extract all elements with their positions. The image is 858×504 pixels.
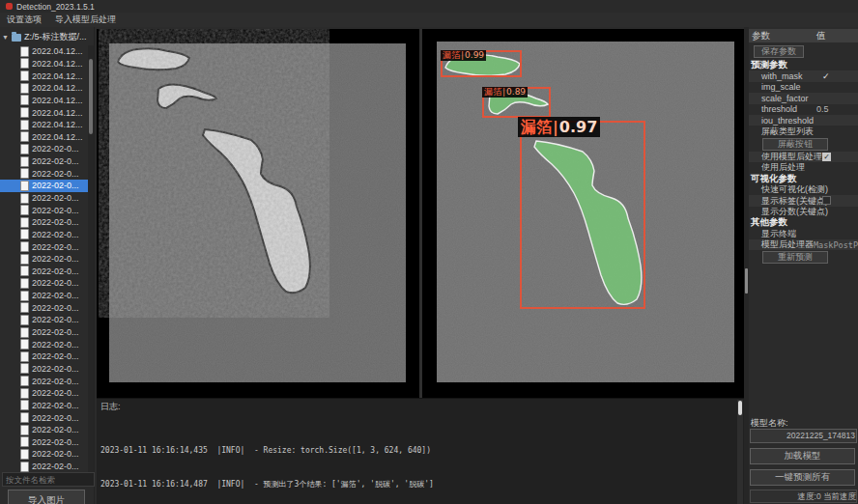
param-row-post-processor[interactable]: 模型后处理器MaskPostPro bbox=[749, 239, 858, 250]
param-row-img-scale[interactable]: img_scale bbox=[749, 82, 858, 93]
file-icon bbox=[20, 241, 29, 252]
tree-item-label: 2022-02-0... bbox=[32, 388, 79, 398]
tree-item[interactable]: 2022-02-0... bbox=[0, 436, 88, 449]
file-icon bbox=[20, 131, 29, 142]
file-icon bbox=[20, 388, 29, 399]
tree-item[interactable]: 2022-02-0... bbox=[0, 461, 88, 473]
checkbox-empty-icon[interactable] bbox=[822, 196, 831, 205]
raw-image-viewport[interactable] bbox=[97, 29, 419, 398]
load-model-button[interactable]: 加载模型 bbox=[750, 448, 855, 464]
file-tree-panel: ▼ Z:/5-标注数据/... 2022.04.12... 2022.04.12… bbox=[0, 27, 95, 504]
tree-item[interactable]: 2022.04.12... bbox=[0, 95, 88, 107]
threshold-value[interactable]: 0.5 bbox=[816, 104, 829, 114]
file-icon bbox=[20, 217, 29, 228]
tree-item-list: 2022.04.12... 2022.04.12... 2022.04.12..… bbox=[0, 45, 88, 500]
file-icon bbox=[20, 107, 29, 118]
file-icon bbox=[20, 400, 29, 410]
tree-item[interactable]: 2022.04.12... bbox=[0, 82, 88, 95]
predict-all-button[interactable]: 一键预测所有 bbox=[750, 469, 855, 486]
tree-item[interactable]: 2022-02-0... bbox=[0, 204, 88, 216]
tree-item[interactable]: 2022-02-0... bbox=[0, 448, 88, 461]
repredict-button[interactable]: 重新预测 bbox=[762, 251, 828, 264]
tree-item-label: 2022-02-0... bbox=[32, 462, 79, 471]
file-icon bbox=[20, 229, 29, 239]
prediction-viewport[interactable]: 漏箔|0.99 漏箔|0.89 漏箔|0.97 bbox=[422, 29, 744, 398]
param-row-scale-factor[interactable]: scale_factor bbox=[749, 93, 858, 103]
tree-item[interactable]: 2022-02-0... bbox=[0, 363, 88, 376]
file-icon bbox=[20, 266, 29, 276]
tree-item[interactable]: 2022.04.12... bbox=[0, 119, 88, 131]
tree-item[interactable]: 2022.04.12... bbox=[0, 130, 88, 143]
tree-item[interactable]: 2022-02-0... bbox=[0, 266, 88, 278]
tree-item[interactable]: 2022-02-0... bbox=[0, 253, 88, 266]
tree-item[interactable]: 2022-02-0... bbox=[0, 424, 88, 436]
tree-item[interactable]: 2022-02-0... bbox=[0, 314, 88, 326]
log-panel[interactable]: 日志: 2023-01-11 16:16:14,435 |INFO| - Res… bbox=[97, 398, 744, 504]
file-icon bbox=[20, 70, 29, 81]
log-line: 2023-01-11 16:16:14,487 |INFO| - 预测出了3个结… bbox=[100, 481, 734, 490]
tree-item-label: 2022-02-0... bbox=[32, 425, 79, 434]
tree-item-label: 2022.04.12... bbox=[32, 96, 83, 105]
tree-item-label: 2022-02-0... bbox=[32, 217, 79, 227]
check-icon: ✓ bbox=[822, 71, 830, 81]
tree-item-label: 2022.04.12... bbox=[32, 59, 83, 69]
log-line: 2023-01-11 16:16:14,435 |INFO| - Resize:… bbox=[100, 447, 734, 456]
tree-item[interactable]: 2022-02-0... bbox=[0, 216, 88, 229]
file-icon bbox=[20, 46, 29, 57]
file-icon bbox=[20, 449, 29, 460]
splitter-grip-icon bbox=[745, 268, 748, 294]
mask-button[interactable]: 屏蔽按钮 bbox=[762, 138, 828, 151]
param-row-show-score[interactable]: 显示分数(关键点) bbox=[749, 207, 858, 217]
tree-item[interactable]: 2022-02-0... bbox=[0, 375, 88, 387]
file-icon bbox=[20, 363, 29, 374]
tree-item[interactable]: 2022-02-0... bbox=[0, 277, 88, 290]
tree-item[interactable]: 2022.04.12... bbox=[0, 106, 88, 119]
menu-import-postprocess[interactable]: 导入模型后处理 bbox=[48, 13, 123, 27]
tree-item[interactable]: 2022-02-0... bbox=[0, 192, 88, 205]
file-icon bbox=[20, 254, 29, 265]
tree-item-label: 2022.04.12... bbox=[32, 132, 83, 142]
param-row-threshold[interactable]: threshold0.5 bbox=[749, 104, 858, 115]
app-icon bbox=[6, 3, 13, 10]
tree-item[interactable]: 2022.04.12... bbox=[0, 70, 88, 82]
tree-item[interactable]: 2022-02-0... bbox=[0, 338, 88, 350]
tree-item[interactable]: 2022-02-0... bbox=[0, 411, 88, 424]
tree-item[interactable]: 2022.04.12... bbox=[0, 58, 88, 70]
file-icon bbox=[20, 168, 29, 179]
file-icon bbox=[20, 95, 29, 105]
param-row-mask-type-list[interactable]: 屏蔽类型列表 bbox=[749, 126, 858, 136]
tree-item[interactable]: 2022-02-0... bbox=[0, 180, 88, 192]
file-icon bbox=[20, 339, 29, 350]
file-icon bbox=[20, 351, 29, 362]
tree-item[interactable]: 2022-02-0... bbox=[0, 290, 88, 302]
tree-item[interactable]: 2022-02-0... bbox=[0, 229, 88, 241]
param-row-use-postprocess[interactable]: 使用后处理 bbox=[749, 162, 858, 173]
post-processor-value[interactable]: MaskPostPro bbox=[814, 240, 858, 250]
tree-item[interactable]: 2022-02-0... bbox=[0, 326, 88, 339]
tree-item[interactable]: 2022-02-0... bbox=[0, 301, 88, 314]
tree-item-label: 2022-02-0... bbox=[32, 401, 79, 410]
chevron-down-icon[interactable]: ▼ bbox=[2, 34, 9, 41]
menu-settings[interactable]: 设置选项 bbox=[0, 13, 48, 27]
tree-item[interactable]: 2022-02-0... bbox=[0, 350, 88, 363]
tree-item[interactable]: 2022.04.12... bbox=[0, 45, 88, 58]
tree-scrollbar-thumb[interactable] bbox=[89, 59, 93, 134]
tree-item[interactable]: 2022-02-0... bbox=[0, 143, 88, 155]
import-images-button[interactable]: 导入图片 bbox=[8, 490, 85, 504]
filename-search-input[interactable] bbox=[2, 472, 95, 487]
tree-item[interactable]: 2022-02-0... bbox=[0, 387, 88, 400]
tree-root-node[interactable]: ▼ Z:/5-标注数据/... bbox=[2, 31, 91, 43]
params-panel: 参数 值 保存参数 预测参数 with_mask✓ img_scale scal… bbox=[749, 27, 858, 504]
file-icon bbox=[20, 120, 29, 130]
checkbox-checked-icon[interactable]: ✓ bbox=[822, 153, 831, 161]
tree-item[interactable]: 2022-02-0... bbox=[0, 167, 88, 180]
tree-item[interactable]: 2022-02-0... bbox=[0, 400, 88, 412]
save-params-button[interactable]: 保存参数 bbox=[754, 45, 804, 58]
tree-item[interactable]: 2022-02-0... bbox=[0, 240, 88, 253]
tree-item[interactable]: 2022-02-0... bbox=[0, 155, 88, 168]
param-row-with-mask[interactable]: with_mask✓ bbox=[749, 70, 858, 81]
tree-scrollbar[interactable] bbox=[88, 45, 94, 482]
model-name-field[interactable]: 20221225_174813 bbox=[750, 429, 857, 443]
log-scrollbar[interactable] bbox=[737, 400, 743, 504]
log-scrollbar-thumb[interactable] bbox=[738, 401, 742, 415]
